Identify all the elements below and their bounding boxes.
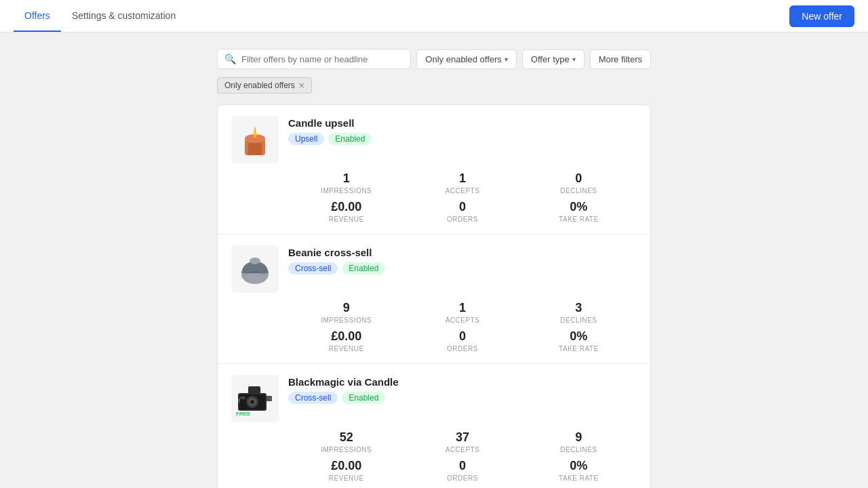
stat-revenue: £0.00 REVENUE [288, 200, 404, 223]
stat-declines: 3 DECLINES [521, 301, 637, 324]
status-badge: Enabled [328, 133, 372, 145]
active-filters: Only enabled offers × [217, 77, 651, 94]
enabled-offers-filter-button[interactable]: Only enabled offers ▾ [416, 49, 517, 69]
stat-take-rate: 0% TAKE RATE [521, 459, 637, 482]
stat-accepts: 37 ACCEPTS [404, 430, 520, 453]
offer-header: Candle upsell Upsell Enabled [231, 116, 637, 163]
stat-impressions: 9 IMPRESSIONS [288, 301, 404, 324]
stat-orders: 0 ORDERS [404, 200, 520, 223]
offer-info: Candle upsell Upsell Enabled [288, 116, 372, 145]
tab-offers[interactable]: Offers [14, 0, 61, 32]
search-input[interactable] [241, 54, 403, 64]
offer-card-candle-upsell[interactable]: Candle upsell Upsell Enabled 1 IMPRESSIO… [218, 105, 650, 235]
svg-point-3 [253, 131, 257, 138]
offer-image-camera: FREE [231, 375, 279, 422]
offer-name: Candle upsell [288, 117, 372, 129]
stat-orders: 0 ORDERS [404, 329, 520, 352]
stat-revenue: £0.00 REVENUE [288, 459, 404, 482]
chevron-down-icon: ▾ [572, 56, 576, 63]
type-badge: Cross-sell [288, 262, 338, 274]
search-box: 🔍 [217, 49, 411, 69]
offer-card-blackmagic[interactable]: FREE Blackmagic via Candle Cross-sell En… [218, 364, 650, 488]
offer-badges: Cross-sell Enabled [288, 262, 385, 274]
more-filters-button[interactable]: More filters [590, 49, 651, 69]
stat-accepts: 1 ACCEPTS [404, 301, 520, 324]
tab-settings[interactable]: Settings & customization [61, 0, 186, 32]
offer-image-beanie [231, 245, 279, 293]
svg-point-5 [250, 258, 260, 264]
new-offer-button[interactable]: New offer [789, 5, 854, 27]
svg-rect-1 [248, 143, 262, 155]
offer-name: Beanie cross-sell [288, 247, 385, 258]
status-badge: Enabled [342, 262, 385, 274]
remove-filter-icon[interactable]: × [299, 81, 304, 90]
stat-declines: 0 DECLINES [521, 171, 637, 195]
offer-badges: Cross-sell Enabled [288, 392, 399, 404]
svg-text:FREE: FREE [236, 411, 251, 417]
filters-row: 🔍 Only enabled offers ▾ Offer type ▾ Mor… [217, 49, 651, 69]
chevron-down-icon: ▾ [505, 56, 508, 63]
offer-badges: Upsell Enabled [288, 133, 372, 145]
stat-take-rate: 0% TAKE RATE [521, 200, 637, 223]
svg-rect-8 [248, 386, 260, 394]
offer-name: Blackmagic via Candle [288, 376, 399, 388]
svg-rect-13 [240, 396, 245, 399]
svg-point-12 [250, 400, 254, 404]
offers-list: Candle upsell Upsell Enabled 1 IMPRESSIO… [217, 104, 651, 488]
stat-orders: 0 ORDERS [404, 459, 520, 482]
stat-declines: 9 DECLINES [521, 430, 637, 453]
offer-header: Beanie cross-sell Cross-sell Enabled [231, 245, 637, 293]
offer-stats: 52 IMPRESSIONS 37 ACCEPTS 9 DECLINES £0.… [231, 430, 637, 482]
type-badge: Upsell [288, 133, 324, 145]
stat-impressions: 1 IMPRESSIONS [288, 171, 404, 195]
stat-revenue: £0.00 REVENUE [288, 329, 404, 352]
offer-stats: 1 IMPRESSIONS 1 ACCEPTS 0 DECLINES £0.00… [231, 171, 637, 223]
status-badge: Enabled [342, 392, 385, 404]
offer-type-filter-button[interactable]: Offer type ▾ [522, 49, 585, 69]
type-badge: Cross-sell [288, 392, 338, 404]
offer-card-beanie-crosssell[interactable]: Beanie cross-sell Cross-sell Enabled 9 I… [218, 235, 650, 364]
search-icon: 🔍 [224, 54, 236, 64]
svg-rect-14 [238, 399, 240, 403]
offer-info: Beanie cross-sell Cross-sell Enabled [288, 245, 385, 274]
offer-image-candle [231, 116, 279, 163]
active-filter-tag[interactable]: Only enabled offers × [217, 77, 312, 94]
main-content: 🔍 Only enabled offers ▾ Offer type ▾ Mor… [0, 33, 868, 488]
svg-rect-9 [267, 396, 272, 401]
stat-take-rate: 0% TAKE RATE [521, 329, 637, 352]
offer-stats: 9 IMPRESSIONS 1 ACCEPTS 3 DECLINES £0.00… [231, 301, 637, 352]
app-bar: Offers Settings & customization New offe… [0, 0, 868, 33]
stat-accepts: 1 ACCEPTS [404, 171, 520, 195]
nav-tabs: Offers Settings & customization [14, 0, 186, 32]
offer-info: Blackmagic via Candle Cross-sell Enabled [288, 375, 399, 404]
offer-header: FREE Blackmagic via Candle Cross-sell En… [231, 375, 637, 422]
stat-impressions: 52 IMPRESSIONS [288, 430, 404, 453]
